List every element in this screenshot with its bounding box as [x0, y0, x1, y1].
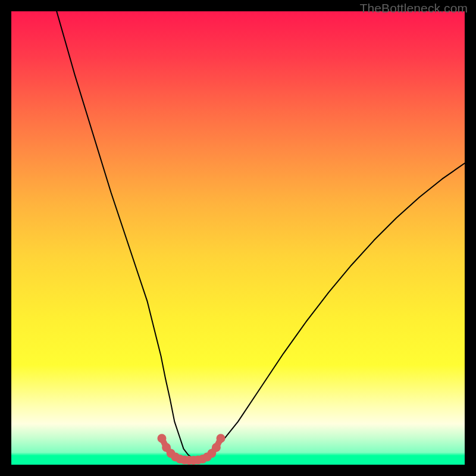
optimal-range-dots — [157, 434, 225, 465]
optimal-range-dot — [212, 443, 221, 452]
optimal-range-dot — [157, 434, 166, 443]
plot-area — [11, 11, 465, 465]
watermark-text: TheBottleneck.com — [360, 1, 468, 15]
optimal-range-dot — [217, 434, 226, 443]
marker-layer — [11, 11, 465, 465]
chart-stage: TheBottleneck.com — [0, 0, 476, 476]
